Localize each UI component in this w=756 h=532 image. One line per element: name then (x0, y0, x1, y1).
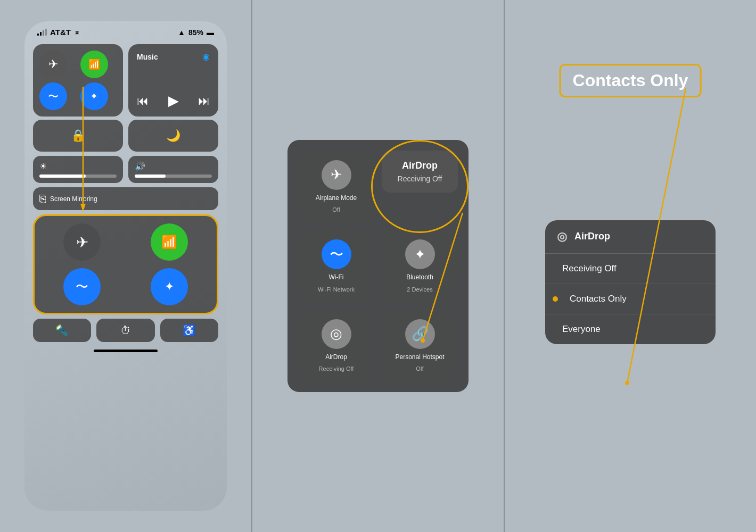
bluetooth-cell-icon: ✦ (405, 239, 435, 269)
airdrop-menu-title: AirDrop (574, 231, 610, 242)
panel-airdrop-menu: Contacts Only ◎ AirDrop Receiving Off Co… (504, 0, 756, 532)
contacts-only-dot (553, 296, 558, 302)
airdrop-bottom-label: AirDrop (325, 353, 347, 362)
hotspot-label: Personal Hotspot (395, 353, 444, 362)
airplane-mode-cell-status: Off (332, 206, 340, 213)
airdrop-menu-icon: ◎ (557, 230, 567, 244)
panel-airdrop-context: ✈ Airplane Mode Off AirDrop Receiving Of… (251, 0, 504, 532)
screen-mirroring-btn[interactable]: ⎘ Screen Mirroring (33, 187, 218, 210)
music-title: Music (137, 53, 158, 61)
airplane-mode-btn[interactable]: ✈ (39, 51, 67, 78)
status-left: AT&T ⌅ (37, 28, 80, 37)
personal-hotspot-cell[interactable]: 🔗 Personal Hotspot Off (382, 310, 458, 382)
wifi-cell-label: Wi-Fi (329, 273, 344, 282)
cellular-icon[interactable]: 📶 (151, 223, 188, 261)
airdrop-featured-wrapper: AirDrop Receiving Off (382, 151, 458, 223)
airdrop-bottom-icon: ◎ (322, 319, 351, 349)
cellular-btn[interactable]: 📶 (80, 51, 108, 78)
airplane-mode-icon[interactable]: ✈ (63, 223, 101, 261)
receiving-off-label: Receiving Off (557, 263, 617, 274)
battery-pct: 85% (188, 28, 203, 37)
do-not-disturb-btn[interactable]: 🌙 (128, 120, 218, 152)
bluetooth-btn[interactable]: ✦ (80, 82, 108, 110)
airplane-mode-cell[interactable]: ✈ Airplane Mode Off (298, 151, 374, 223)
carrier-label: AT&T (50, 28, 71, 37)
flashlight-icon: 🔦 (55, 324, 69, 337)
next-btn[interactable]: ⏭ (198, 94, 210, 108)
iphone-screen: AT&T ⌅ ▲ 85% ▬ ✈ 📶 〜 ✦ Music ◉ (24, 21, 227, 511)
play-btn[interactable]: ▶ (168, 93, 179, 109)
menu-receiving-off[interactable]: Receiving Off (545, 254, 716, 284)
airdrop-context-card: ✈ Airplane Mode Off AirDrop Receiving Of… (287, 140, 469, 393)
music-widget: Music ◉ ⏮ ▶ ⏭ (128, 44, 218, 117)
wifi-cell-icon: 〜 (322, 239, 351, 269)
bluetooth-cell-label: Bluetooth (406, 273, 433, 282)
airplane-mode-cell-icon: ✈ (322, 160, 351, 190)
menu-everyone[interactable]: Everyone (545, 314, 716, 344)
contacts-only-callout-text: Contacts Only (573, 71, 688, 90)
wifi-icon-large[interactable]: 〜 (63, 268, 101, 305)
location-icon: ▲ (178, 28, 185, 37)
flashlight-btn[interactable]: 🔦 (33, 319, 91, 342)
home-indicator (94, 350, 158, 352)
hotspot-icon: 🔗 (405, 319, 435, 349)
svg-point-5 (625, 381, 629, 385)
airdrop-menu: ◎ AirDrop Receiving Off Contacts Only Ev… (545, 220, 716, 344)
airplane-mode-cell-label: Airplane Mode (316, 194, 357, 203)
bluetooth-icon-large[interactable]: ✦ (151, 268, 188, 305)
bluetooth-cell-devices: 2 Devices (407, 286, 432, 293)
timer-icon: ⏱ (120, 325, 131, 337)
wifi-btn[interactable]: 〜 (39, 82, 67, 110)
battery-icon: ▬ (207, 28, 214, 37)
airdrop-bottom-cell[interactable]: ◎ AirDrop Receiving Off (298, 310, 374, 382)
status-bar: AT&T ⌅ ▲ 85% ▬ (24, 21, 227, 41)
contacts-only-callout: Contacts Only (560, 64, 702, 97)
signal-icon (37, 29, 47, 36)
connectivity-card: ✈ 📶 〜 ✦ (33, 44, 123, 117)
wifi-cell[interactable]: 〜 Wi-Fi Wi-Fi Network (298, 230, 374, 302)
screen-mirror-label: Screen Mirroring (50, 195, 97, 203)
brightness-slider[interactable]: ☀ (33, 156, 123, 183)
airdrop-bottom-status: Receiving Off (319, 365, 354, 372)
prev-btn[interactable]: ⏮ (137, 94, 149, 108)
wifi-status-icon: ⌅ (74, 28, 80, 36)
hotspot-status: Off (416, 365, 423, 372)
airdrop-icon[interactable]: ◉ (202, 52, 210, 62)
bluetooth-cell[interactable]: ✦ Bluetooth 2 Devices (382, 230, 458, 302)
accessibility-icon: ♿ (183, 324, 196, 337)
contacts-only-menu-label: Contacts Only (557, 294, 627, 304)
music-controls: ⏮ ▶ ⏭ (137, 93, 210, 109)
accessibility-btn[interactable]: ♿ (160, 319, 218, 342)
volume-slider[interactable]: 🔊 (128, 156, 218, 183)
network-quad-highlighted: ✈ 📶 〜 ✦ (33, 214, 218, 314)
menu-contacts-only[interactable]: Contacts Only (545, 284, 716, 314)
screen-mirror-icon: ⎘ (39, 193, 46, 205)
everyone-label: Everyone (557, 324, 601, 335)
status-right: ▲ 85% ▬ (178, 28, 214, 37)
timer-btn[interactable]: ⏱ (96, 319, 154, 342)
airdrop-featured-cell[interactable]: AirDrop Receiving Off (382, 151, 458, 193)
menu-airdrop-header: ◎ AirDrop (545, 220, 716, 254)
orientation-lock-btn[interactable]: 🔒 (33, 120, 123, 152)
panel-control-center: AT&T ⌅ ▲ 85% ▬ ✈ 📶 〜 ✦ Music ◉ (0, 0, 251, 532)
wifi-cell-network: Wi-Fi Network (318, 286, 355, 293)
